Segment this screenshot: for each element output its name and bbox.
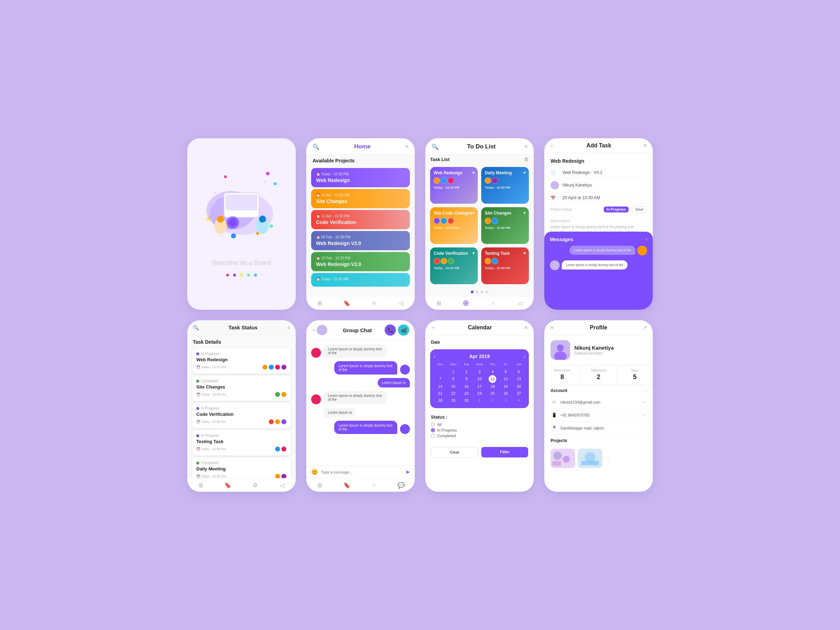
todo-add-icon-6[interactable]: +	[523, 250, 526, 256]
todo-card-2[interactable]: Daily Meeting Today - 10:30 PM +	[481, 167, 529, 204]
ts-nav-bookmark[interactable]: 🔖	[224, 481, 232, 489]
todo-card-3[interactable]: Site Code Changes Today - 10:33 PM +	[430, 207, 478, 244]
cal-day-6[interactable]: 6	[512, 368, 525, 375]
cal-filter-btn[interactable]: Filter	[481, 447, 528, 458]
cal-day-1[interactable]: 1	[447, 368, 459, 375]
cal-day-8[interactable]: 8	[447, 375, 459, 383]
cal-next-month[interactable]: ›	[524, 354, 525, 359]
cal-day-22[interactable]: 22	[447, 390, 459, 397]
status-badge[interactable]: In Progress	[604, 207, 628, 212]
nav-bookmark-icon[interactable]: 🔖	[343, 299, 351, 307]
todo-card-4[interactable]: Site Changes Today - 10:30 PM +	[481, 207, 529, 244]
cal-day-19[interactable]: 19	[499, 383, 512, 390]
cal-prev-month[interactable]: ‹	[434, 354, 436, 359]
email-edit-icon[interactable]: ✏	[642, 399, 646, 406]
todo-card-5[interactable]: Code Verification Today - 10:33 PM +	[430, 248, 478, 284]
todo-add-icon-5[interactable]: +	[472, 250, 475, 256]
addtask-back-icon[interactable]: ←	[550, 143, 555, 148]
radio-completed-circle[interactable]	[431, 434, 435, 438]
cal-day-11[interactable]: 11	[489, 375, 496, 383]
todo-nav-more[interactable]: ◁	[516, 299, 524, 307]
radio-inprogress-circle[interactable]	[431, 428, 435, 432]
cal-day-20[interactable]: 20	[512, 383, 525, 390]
todo-search-icon[interactable]: 🔍	[431, 144, 439, 150]
todo-filter-icon[interactable]: ≡	[524, 144, 527, 150]
cal-clear-btn[interactable]: Clear	[431, 447, 478, 458]
nav-grid-icon[interactable]: ⊞	[316, 299, 324, 307]
todo-card-6[interactable]: Testing Task Today - 10:30 PM +	[481, 248, 529, 284]
cal-day-5[interactable]: 5	[499, 368, 512, 375]
radio-inprogress[interactable]: In Progress	[431, 428, 528, 432]
todo-nav-grid[interactable]: ⊞	[435, 299, 443, 307]
todo-trash-icon[interactable]: 🗑	[524, 156, 529, 162]
search-icon[interactable]: 🔍	[313, 144, 319, 150]
cal-day-9[interactable]: 9	[460, 375, 473, 383]
cal-day-7[interactable]: 7	[434, 375, 447, 383]
project-card-2[interactable]: ⏰ 15 Apr - 11:30 PM Site Changes	[311, 189, 410, 208]
project-thumb-1[interactable]	[551, 449, 575, 468]
ts-nav-settings[interactable]: ⚙	[251, 481, 259, 489]
cal-day-27[interactable]: 27	[512, 390, 525, 397]
radio-all[interactable]: All	[431, 422, 528, 427]
chat-input-row[interactable]: 😊 ➤	[306, 466, 415, 478]
project-card-5[interactable]: ⏰ 10 Feb - 10:30 PM Web Redesign V2.0	[311, 252, 410, 271]
chat-send-icon[interactable]: ➤	[405, 469, 410, 475]
cal-day-26[interactable]: 26	[499, 390, 512, 397]
cal-day-30[interactable]: 30	[460, 397, 473, 404]
cal-day-may1[interactable]: 1	[473, 397, 486, 404]
cal-day-may2[interactable]: 2	[486, 397, 499, 404]
addtask-close-icon[interactable]: ✕	[643, 143, 647, 148]
cal-day-grid[interactable]: 1 2 3 4 5 6 7 8 9 10 11 12 13 14 15 16 1…	[434, 368, 525, 404]
cal-day-16[interactable]: 16	[460, 383, 473, 390]
chat-input[interactable]	[321, 470, 403, 474]
nav-home-icon[interactable]: ○	[370, 299, 378, 307]
cal-back-icon[interactable]: ←	[431, 325, 436, 330]
project-card-6[interactable]: ⏰ Today - 10:30 AM	[311, 273, 410, 287]
project-thumb-2[interactable]	[578, 449, 602, 468]
profile-close-icon[interactable]: ✕	[550, 325, 554, 330]
save-badge[interactable]: Save	[632, 206, 646, 213]
more-projects-icon[interactable]: ›	[605, 449, 611, 468]
cal-day-2[interactable]: 2	[460, 368, 473, 375]
cal-day-24[interactable]: 24	[473, 390, 486, 397]
cal-day-18[interactable]: 18	[486, 383, 499, 390]
cal-day-29[interactable]: 29	[447, 397, 459, 404]
cal-day-4[interactable]: 4	[486, 368, 499, 375]
radio-completed[interactable]: Completed	[431, 434, 528, 438]
gc-nav-home[interactable]: ○	[370, 481, 378, 489]
ts-nav-more[interactable]: ◁	[278, 481, 286, 489]
filter-icon[interactable]: ≡	[405, 144, 409, 150]
cal-day-17[interactable]: 17	[473, 383, 486, 390]
ts-nav-grid[interactable]: ⊞	[197, 481, 205, 489]
project-card-3[interactable]: ⏰ 11 Apr - 10:30 PM Code Verification	[311, 210, 410, 229]
cal-day-13[interactable]: 13	[512, 375, 525, 383]
account-arrow-icon[interactable]: ›	[645, 388, 646, 395]
cal-day-15[interactable]: 15	[447, 383, 459, 390]
radio-all-circle[interactable]	[431, 422, 435, 427]
cal-day-25[interactable]: 25	[486, 390, 499, 397]
project-card-4[interactable]: ⏰ 05 Feb - 10:30 PM Web Redesign V2.0	[311, 231, 410, 250]
cal-day-23[interactable]: 23	[460, 390, 473, 397]
todo-nav-add[interactable]: ⊕	[462, 299, 470, 307]
status-filter-icon[interactable]: ≡	[287, 325, 290, 330]
phone-edit-icon[interactable]: ✏	[642, 412, 646, 418]
todo-nav-home[interactable]: ○	[489, 299, 497, 307]
gc-nav-bookmark[interactable]: 🔖	[343, 481, 351, 489]
messages-arrow-icon[interactable]: ›	[646, 237, 647, 242]
project-card-1[interactable]: ⏰ Today - 10:30 PM Web Redesign	[311, 168, 410, 187]
todo-add-icon-2[interactable]: +	[523, 170, 526, 175]
todo-add-icon-3[interactable]: +	[472, 210, 475, 216]
cal-close-icon[interactable]: ✕	[524, 325, 528, 330]
todo-add-icon-1[interactable]: +	[472, 170, 475, 175]
todo-card-1[interactable]: Web Redesign Today - 10:33 PM +	[430, 167, 478, 204]
profile-share-icon[interactable]: ↗	[643, 325, 647, 330]
cal-day-14[interactable]: 14	[434, 383, 447, 390]
cal-day-12[interactable]: 12	[499, 375, 512, 383]
cal-day-3[interactable]: 3	[473, 368, 486, 375]
cal-day-may4[interactable]: 4	[512, 397, 525, 404]
chat-back-icon[interactable]: ←	[312, 327, 317, 333]
nav-more-icon[interactable]: ◁	[397, 299, 405, 307]
cal-day-10[interactable]: 10	[473, 375, 486, 383]
call-btn[interactable]: 📞	[385, 324, 396, 336]
video-btn[interactable]: 📹	[398, 324, 409, 336]
